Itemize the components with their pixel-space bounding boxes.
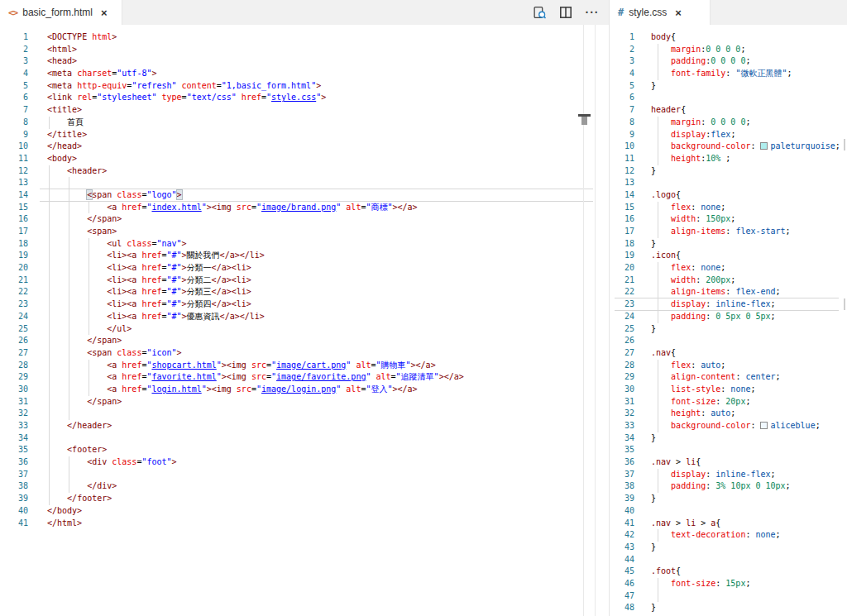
code-text: </span> [47, 213, 122, 226]
code-line: 25} [610, 323, 847, 336]
line-number: 29 [0, 371, 28, 384]
code-line: 28 <a href="shopcart.html"><img src="ima… [0, 360, 610, 372]
code-text: <head> [47, 55, 77, 68]
code-text: width: 200px; [651, 275, 735, 287]
color-swatch [760, 422, 768, 429]
overview-ruler-mark [844, 298, 845, 310]
code-line: 26 </span> [0, 335, 610, 347]
code-line: 10 background-color: paleturquoise; [610, 141, 847, 153]
code-text: padding:0 0 0 0; [651, 55, 750, 68]
line-number: 28 [610, 360, 634, 372]
code-text: <body> [47, 153, 77, 165]
code-line: 5<meta http-equiv="refresh" content="1,b… [0, 80, 610, 93]
code-text: <li><a href="#">分類四</a><li> [47, 298, 251, 311]
code-line: 2<html> [0, 44, 610, 56]
line-number: 35 [0, 444, 28, 456]
code-line: 31 font-size: 20px; [610, 396, 847, 408]
line-number: 46 [610, 578, 634, 590]
code-line: 12} [610, 165, 847, 178]
color-swatch [760, 142, 768, 150]
code-line: 15 <a href="index.html"><img src="image/… [0, 202, 610, 214]
code-line: 40 [610, 505, 847, 518]
line-number: 41 [0, 518, 28, 530]
line-number: 19 [0, 250, 28, 262]
code-text: background-color: aliceblue; [651, 420, 821, 432]
code-line: 37 display: inline-flex; [610, 469, 847, 481]
code-text: <meta charset="utf-8"> [47, 68, 157, 80]
code-text: <html> [47, 44, 77, 56]
code-editor-css[interactable]: 1body{2 margin:0 0 0 0;3 padding:0 0 0 0… [610, 25, 847, 616]
line-number: 44 [610, 554, 634, 566]
code-line: 29 <a href="favorite.html"><img src="ima… [0, 371, 610, 384]
code-text: display: inline-flex; [651, 469, 776, 481]
line-number: 37 [0, 469, 28, 481]
code-line: 16 width: 150px; [610, 213, 847, 226]
code-line: 11<body> [0, 153, 610, 165]
code-text: list-style: none; [651, 384, 755, 396]
code-line: 30 list-style: none; [610, 384, 847, 396]
code-editor-html[interactable]: 1<DOCTYPE html>2<html>3<head>4<meta char… [0, 25, 610, 616]
editor-pane-css: # style.css × 1body{2 margin:0 0 0 0;3 p… [610, 0, 847, 616]
open-preview-icon[interactable] [532, 5, 547, 20]
code-text: <li><a href="#">分類三</a><li> [47, 286, 251, 298]
line-number: 14 [0, 189, 28, 202]
vscode-window: <> basic_form.html × [0, 0, 847, 616]
line-number: 42 [610, 529, 634, 542]
code-text: <footer> [47, 444, 107, 456]
code-text [651, 590, 671, 603]
editor-pane-html: <> basic_form.html × [0, 0, 610, 616]
line-number: 6 [610, 92, 634, 104]
code-line: 9</title> [0, 129, 610, 141]
code-text: display: inline-flex; [651, 298, 776, 311]
close-icon[interactable]: × [99, 7, 109, 19]
line-number: 3 [0, 55, 28, 68]
line-number: 33 [610, 420, 634, 432]
tab-basic-form-html[interactable]: <> basic_form.html × [0, 0, 122, 25]
code-text: align-content: center; [651, 371, 781, 384]
overview-ruler-cursor-stem [581, 117, 587, 125]
split-editor-icon[interactable] [558, 5, 573, 20]
close-icon[interactable]: × [673, 7, 683, 19]
code-line: 17 <span> [0, 226, 610, 238]
line-number: 4 [0, 68, 28, 80]
code-text: <DOCTYPE html> [47, 31, 117, 44]
code-text: </html> [47, 518, 82, 530]
code-line: 37 [0, 469, 610, 481]
line-number: 33 [0, 420, 28, 432]
code-line: 41.nav > li > a{ [610, 518, 847, 530]
code-text: <li><a href="#">優惠資訊</a></li> [47, 311, 265, 323]
code-text: font-family: "微軟正黑體"; [651, 68, 792, 80]
tab-style-css[interactable]: # style.css × [610, 0, 711, 25]
code-text: text-decoration: none; [651, 529, 781, 542]
code-line: 47 [610, 590, 847, 603]
code-text: <title> [47, 104, 82, 117]
code-line: 20 <li><a href="#">分類一</a><li> [0, 262, 610, 275]
line-number: 14 [610, 189, 634, 202]
code-text: } [651, 493, 656, 505]
code-line: 2 margin:0 0 0 0; [610, 44, 847, 56]
code-line: 3<head> [0, 55, 610, 68]
code-line: 3 padding:0 0 0 0; [610, 55, 847, 68]
line-number: 31 [610, 396, 634, 408]
code-line: 33 </header> [0, 420, 610, 432]
line-number: 4 [610, 68, 634, 80]
line-number: 37 [610, 469, 634, 481]
code-line: 7header{ [610, 104, 847, 117]
line-number: 20 [0, 262, 28, 275]
code-text: </span> [47, 396, 122, 408]
code-line: 23 <li><a href="#">分類四</a><li> [0, 298, 610, 311]
line-number: 21 [0, 275, 28, 287]
code-text: </head> [47, 141, 82, 153]
more-actions-icon[interactable]: ··· [585, 5, 600, 20]
line-number: 11 [0, 153, 28, 165]
line-number: 39 [0, 493, 28, 505]
line-number: 16 [0, 213, 28, 226]
code-line: 38 padding: 3% 10px 0 10px; [610, 480, 847, 493]
code-text: .foot{ [651, 566, 681, 578]
code-line: 36.nav > li{ [610, 456, 847, 469]
scrollbar-track-edge [595, 25, 596, 616]
code-line: 39 </footer> [0, 493, 610, 505]
line-number: 2 [610, 44, 634, 56]
code-text: } [651, 542, 656, 554]
line-number: 15 [610, 202, 634, 214]
